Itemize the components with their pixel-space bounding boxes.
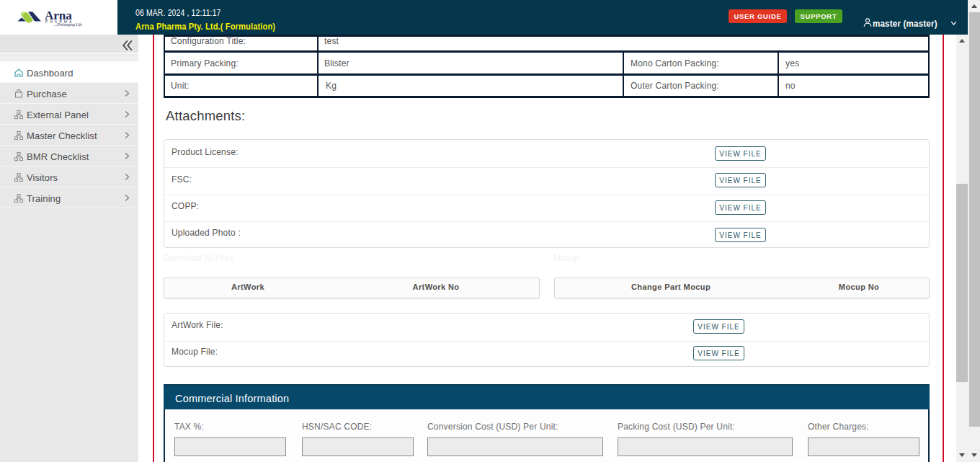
svg-text:...Prolonging Life: ...Prolonging Life	[54, 22, 82, 27]
